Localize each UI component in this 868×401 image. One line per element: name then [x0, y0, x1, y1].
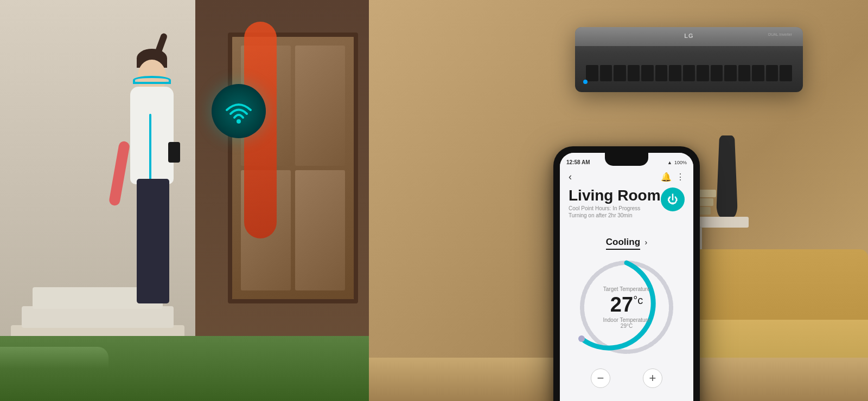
- temperature-controls: − +: [560, 368, 693, 388]
- svg-point-0: [237, 119, 241, 124]
- ac-vent-3: [614, 65, 626, 81]
- person-area: [98, 43, 206, 358]
- ac-vent-4: [628, 65, 640, 81]
- right-panel: LG DUAL Inverter: [369, 0, 868, 401]
- temperature-info: Target Temperature 27°c Indoor Temperatu…: [599, 286, 654, 329]
- room-status-line2: Turning on after 2hr 30min: [569, 212, 661, 218]
- wifi-bubble-background: [212, 84, 266, 138]
- increase-temp-button[interactable]: +: [643, 368, 662, 388]
- person-body: [130, 87, 174, 184]
- phone-notch: [605, 153, 648, 166]
- status-icons: ▲ 100%: [667, 160, 687, 165]
- ac-vent-15: [780, 65, 792, 81]
- ac-vent-6: [655, 65, 668, 81]
- menu-icon[interactable]: ⋮: [676, 172, 685, 182]
- ac-vent-14: [766, 65, 778, 81]
- phone-screen: 12:58 AM ▲ 100% ‹ 🔔 ⋮: [560, 153, 693, 401]
- door-panel-4: [295, 170, 345, 290]
- power-button[interactable]: ⏻: [661, 187, 685, 211]
- door-panel-2: [295, 46, 345, 166]
- mode-label: Cooling: [606, 237, 640, 250]
- target-temp-label: Target Temperature: [599, 286, 654, 292]
- ac-vent-13: [752, 65, 764, 81]
- left-panel: [0, 0, 369, 401]
- indoor-temp: Indoor Temperature 29°C: [599, 317, 654, 329]
- ac-vent-12: [738, 65, 751, 81]
- status-time: 12:58 AM: [566, 159, 590, 165]
- ac-top-strip: LG DUAL Inverter: [575, 27, 803, 46]
- ac-unit: LG DUAL Inverter: [575, 27, 803, 92]
- header-icons: 🔔 ⋮: [661, 172, 685, 182]
- bell-icon[interactable]: 🔔: [661, 172, 672, 182]
- pant-right: [150, 179, 169, 303]
- mode-arrow: ›: [645, 238, 648, 247]
- ac-vent-8: [683, 65, 695, 81]
- scene-container: LG DUAL Inverter: [0, 0, 868, 401]
- person-yoga-mat: [108, 140, 131, 206]
- svg-point-2: [578, 335, 585, 342]
- vase-tall-body: [716, 135, 738, 217]
- ac-vent-7: [669, 65, 681, 81]
- room-name: Living Room: [569, 187, 661, 204]
- person-headphones: [133, 76, 171, 84]
- back-button[interactable]: ‹: [569, 171, 572, 183]
- ac-brand: DUAL Inverter: [768, 33, 792, 36]
- signal-icon: ▲: [667, 160, 672, 165]
- stats-section: Indoor Humidity 30% Overall Air Quality …: [560, 397, 693, 401]
- room-status-line1: Cool Point Hours: In Progress: [569, 205, 661, 211]
- vase-tall: [716, 135, 738, 217]
- ac-vent-1: [586, 65, 598, 81]
- wifi-icon: [222, 95, 255, 127]
- app-header: ‹ 🔔 ⋮: [560, 167, 693, 183]
- ac-vent-9: [697, 65, 709, 81]
- temperature-dial[interactable]: Target Temperature 27°c Indoor Temperatu…: [572, 253, 681, 361]
- ac-status-indicator: [583, 80, 588, 84]
- target-temp-value: 27°c: [599, 294, 654, 315]
- room-section: Living Room Cool Point Hours: In Progres…: [560, 187, 693, 218]
- ac-vents: [586, 65, 792, 81]
- ac-vent-2: [600, 65, 612, 81]
- ac-logo: LG: [684, 33, 693, 39]
- humidity-row: Indoor Humidity 30%: [569, 397, 685, 401]
- ac-vent-10: [711, 65, 723, 81]
- person-phone-prop: [168, 142, 180, 163]
- ac-body: LG DUAL Inverter: [575, 27, 803, 92]
- smartphone[interactable]: 12:58 AM ▲ 100% ‹ 🔔 ⋮: [553, 146, 700, 401]
- grass-strip-2: [0, 347, 108, 368]
- ac-vent-5: [641, 65, 654, 81]
- ac-vent-11: [724, 65, 737, 81]
- phone-body: 12:58 AM ▲ 100% ‹ 🔔 ⋮: [553, 146, 700, 401]
- temp-unit: °c: [633, 294, 643, 306]
- wifi-bubble: [212, 84, 266, 138]
- decrease-temp-button[interactable]: −: [591, 368, 610, 388]
- mode-section[interactable]: Cooling ›: [560, 237, 693, 250]
- battery-icon: 100%: [674, 160, 687, 165]
